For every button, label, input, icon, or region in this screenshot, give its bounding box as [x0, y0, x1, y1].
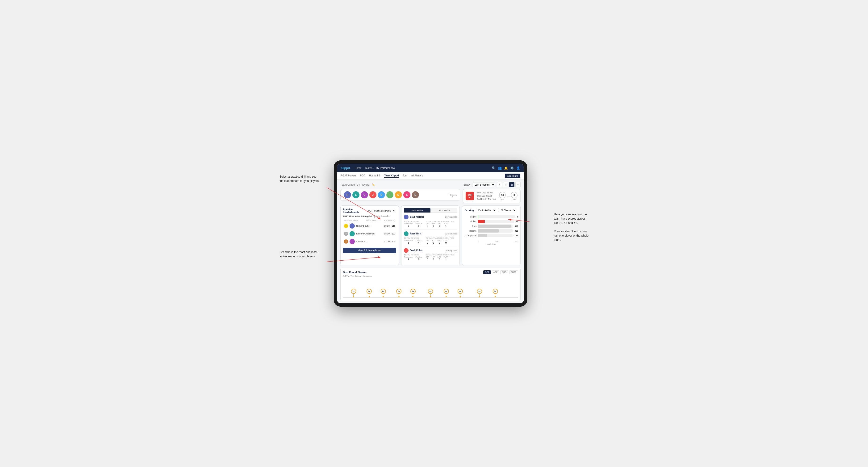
streaks-btn-putt[interactable]: PUTT — [509, 270, 518, 274]
lb-avatar-3 — [349, 239, 355, 244]
subnav-pga[interactable]: PGA — [360, 174, 365, 178]
bar-label-bogeys: Bogeys — [465, 230, 476, 232]
avatar-6[interactable]: T — [386, 191, 394, 198]
pa-avatar-2 — [404, 231, 408, 236]
edit-icon[interactable]: ✏️ — [372, 184, 375, 186]
avatar-icon[interactable]: 👤 — [516, 166, 520, 170]
view-list[interactable]: ≡ — [516, 182, 521, 187]
avatar-5[interactable]: B — [378, 191, 385, 198]
avatar-9[interactable]: D — [412, 191, 419, 198]
search-icon[interactable]: 🔍 — [492, 166, 496, 170]
team-title: Team Clippd | 14 Players — [340, 183, 369, 186]
view-grid-3[interactable]: ⊟ — [503, 182, 508, 187]
activity-tabs: Most Active Least Active — [404, 208, 457, 213]
bar-val-eagles: 3 — [517, 216, 518, 218]
pa-arg-1: ARG 0 — [437, 222, 441, 227]
rank-badge-3: 3 — [344, 239, 348, 244]
lb-name-1: Richard Butler — [356, 224, 384, 227]
shot-details: Shot Dist: 16 yds Start Lie: Rough End L… — [477, 191, 496, 201]
scoring-card: Scoring Par 3, 4 & 5s All Players — [462, 206, 521, 266]
subnav-tour[interactable]: Tour — [403, 174, 407, 178]
lb-name-3: Cameron... — [356, 240, 384, 243]
lb-avg-3: 103 — [392, 240, 395, 243]
settings-icon[interactable]: ⚙️ — [510, 166, 514, 170]
avatar-8[interactable]: S — [403, 191, 410, 198]
pa-total-rounds-3: Total Rounds Tournament 7 Practice — [404, 254, 422, 261]
view-icons: ⊞ ⊟ ▦ ≡ — [497, 182, 521, 187]
show-controls: Show: Last 3 months Last 6 months Last y… — [464, 182, 521, 187]
avatar-3[interactable]: C — [361, 191, 368, 198]
streak-point-1: 7x — [351, 289, 356, 298]
add-team-button[interactable]: Add Team — [505, 174, 520, 178]
nav-teams[interactable]: Teams — [365, 166, 372, 169]
pa-tournament-2: Tournament 8 — [404, 239, 413, 244]
nav-home[interactable]: Home — [354, 166, 361, 169]
nav-icons: 🔍 👥 🔔 ⚙️ 👤 — [492, 166, 520, 170]
bar-fill-birdies — [478, 220, 485, 223]
tab-least-active[interactable]: Least Active — [431, 208, 457, 213]
pa-tournament-1: Tournament 7 — [404, 222, 413, 227]
bell-icon[interactable]: 🔔 — [504, 166, 508, 170]
subnav-team-clippd[interactable]: Team Clippd — [384, 174, 399, 178]
drill-select[interactable]: PUTT Must Make Putting... — [366, 209, 396, 213]
streak-point-7: 4x — [444, 289, 449, 298]
users-icon[interactable]: 👥 — [498, 166, 502, 170]
pa-ott-1: OTT 0 — [426, 222, 429, 227]
lb-name-2: Edward Crossman — [356, 232, 384, 235]
shot-badge: 198 SQ — [466, 192, 474, 200]
streaks-btn-app[interactable]: APP — [492, 270, 499, 274]
avatar-1[interactable]: R — [344, 191, 351, 198]
pa-header-3: Josh Coles 26 Aug 2023 — [404, 248, 457, 253]
streak-point-4: 5x — [396, 289, 401, 298]
subnav-all-players[interactable]: All Players — [411, 174, 423, 178]
navbar: clippd Home Teams My Performance 🔍 👥 🔔 ⚙… — [337, 164, 524, 172]
stat-yds-1: 16 yds — [499, 192, 506, 200]
view-grid-active[interactable]: ▦ — [509, 182, 515, 187]
subnav-hcaps[interactable]: Hcaps 1-5 — [369, 174, 380, 178]
chart-x-title: Total Shots — [465, 243, 518, 246]
streak-point-5: 5x — [410, 289, 415, 298]
pa-practice-activities-2: Total Practice Activities OTT 0 APP — [426, 237, 454, 244]
practice-leaderboards-card: Practice Leaderboards PUTT Must Make Put… — [340, 206, 399, 266]
view-grid-2[interactable]: ⊞ — [497, 182, 502, 187]
bar-track-birdies — [478, 220, 514, 223]
subnav-links: PGAT Players PGA Hcaps 1-5 Team Clippd T… — [341, 174, 505, 178]
streak-point-8: 4x — [458, 289, 463, 298]
scoring-filter-players[interactable]: All Players — [498, 208, 516, 212]
streak-point-9: 3x — [477, 289, 482, 298]
streaks-buttons: OTT APP ARG PUTT — [483, 270, 518, 274]
avatar-7[interactable]: M — [395, 191, 402, 198]
pa-arg-2: ARG 0 — [437, 239, 441, 244]
streaks-btn-ott[interactable]: OTT — [483, 270, 491, 274]
lb-avg-1: 110 — [392, 224, 395, 227]
lb-avatar-2 — [349, 231, 355, 236]
bar-fill-pars — [478, 224, 511, 228]
lb-header: PLAYER NAME PB SCORE PB AVG SQ — [343, 219, 396, 221]
drill-subtitle: PUTT Must Make Putting (3-6 ft), Last 3 … — [343, 215, 396, 217]
avatar-4[interactable]: J — [369, 191, 376, 198]
subnav-pgat[interactable]: PGAT Players — [341, 174, 356, 178]
x-label-400: 400 — [515, 241, 518, 243]
stat-yds-2: 0 yds — [511, 192, 518, 200]
nav-my-performance[interactable]: My Performance — [376, 166, 395, 169]
bar-row-pars: Pars 499 — [465, 224, 518, 228]
shot-card: 198 SQ Shot Dist: 16 yds Start Lie: Roug… — [463, 189, 521, 203]
pa-app-2: APP 0 — [432, 239, 435, 244]
team-count: | 14 Players — [355, 183, 369, 186]
pa-date-3: 26 Aug 2023 — [445, 249, 457, 252]
bar-val-pars: 499 — [515, 225, 518, 227]
show-select[interactable]: Last 3 months Last 6 months Last year — [472, 183, 495, 187]
streak-point-2: 6x — [367, 289, 372, 298]
leaderboard-header: Practice Leaderboards PUTT Must Make Put… — [343, 208, 396, 214]
scoring-filter-par[interactable]: Par 3, 4 & 5s — [476, 208, 496, 212]
lb-avg-2: 107 — [392, 232, 395, 235]
main-content: Team Clippd | 14 Players ✏️ Show: Last 3… — [337, 180, 524, 303]
pa-avatar-1 — [404, 215, 408, 219]
pa-ott-2: OTT 0 — [426, 239, 429, 244]
view-leaderboard-button[interactable]: View Full Leaderboard — [343, 248, 396, 253]
circle-divider: — — [507, 194, 510, 198]
avatar-2[interactable]: E — [352, 191, 360, 198]
tab-most-active[interactable]: Most Active — [404, 208, 431, 213]
three-col-section: Practice Leaderboards PUTT Must Make Put… — [340, 206, 521, 266]
streaks-btn-arg[interactable]: ARG — [500, 270, 508, 274]
